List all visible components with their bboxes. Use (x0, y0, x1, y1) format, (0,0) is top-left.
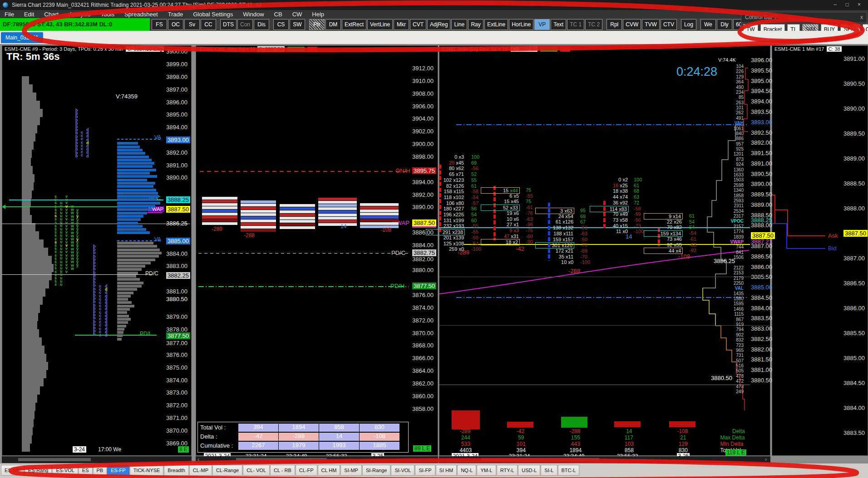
volume-bar (117, 331, 123, 334)
ladder-vpoc-label: VPOC (707, 219, 744, 224)
volume-bar (117, 259, 155, 261)
bid-volume-bar (117, 146, 140, 148)
left-price-tick: 3891.00 (166, 162, 187, 169)
scroll-thumb[interactable] (18, 458, 91, 461)
chartbook-tab-cl-vol[interactable]: CL- VOL (243, 465, 270, 476)
middle-price-tick: 3858.00 (412, 405, 434, 412)
quote-last-price-badge: C: 38 (827, 46, 841, 52)
bottom-table-label: Min Delta (720, 441, 744, 447)
volume-bar (117, 318, 131, 321)
volume-ladder-value: 1435 (707, 291, 744, 296)
chartbook-tab-es-rang[interactable]: ES-Rang (25, 465, 52, 476)
chartbook-tab-es[interactable]: ES (79, 465, 93, 476)
volume-ladder-value: 85 (707, 95, 744, 100)
scroll-thumb[interactable] (481, 458, 599, 461)
chartbook-tab-es-mp[interactable]: ES-MP (1, 465, 24, 476)
bidask-cell: 172 x21 (538, 248, 573, 254)
right-price-tick: 3894.00 (751, 98, 772, 105)
volume-ladder-value: 2153 (707, 270, 744, 275)
chartbook-tab-cl-hm[interactable]: CL HM (318, 465, 340, 476)
chartbook-tab-si-fp[interactable]: SI-FP (415, 465, 435, 476)
bottom-table-value: 101 (517, 441, 526, 447)
volume-ladder-value: 516 (707, 363, 744, 368)
right-price-tick: 3888.00 (751, 222, 772, 229)
left-study-badge: 8 E (178, 446, 189, 453)
footprint-bar (360, 222, 399, 225)
middle-price-tick: 3864.00 (412, 367, 434, 374)
left-price-tick: 3882.25 (166, 272, 190, 279)
chartbook-tab-usd-l[interactable]: USD-L (518, 465, 540, 476)
quote-price-tick: 3890.50 (843, 80, 865, 87)
middle-price-tick: 3904.00 (412, 115, 434, 122)
table-cell: 1885 (360, 442, 399, 450)
table-cell: 2267 (238, 442, 278, 450)
volume-ladder-value: 262 (707, 110, 744, 115)
bidask-cell: 125 x108 (429, 241, 464, 246)
chartbook-tab-nq-l[interactable]: NQ-L (457, 465, 476, 476)
middle-chart-header: ESM1-CME Rev: fut = MC: 3887.50 (200, 46, 317, 52)
right-price-tick: 3882.50 (751, 336, 772, 342)
diagonal-delta-cell: 63 (634, 194, 639, 200)
bidask-cell: 159 x157 (538, 237, 573, 242)
left-price-tick: 3896.00 (166, 99, 187, 106)
quote-price-tick: 3884.00 (843, 405, 865, 411)
tpo-letter: b (75, 155, 78, 158)
table-cell: 1979 (279, 442, 319, 450)
footprint-bar (241, 213, 276, 216)
green-chip (540, 47, 557, 52)
volume-ladder-value: 364 (707, 79, 744, 84)
price-mark-low: 3880.50 (711, 375, 732, 381)
bidask-cell: 80 x62 (429, 166, 464, 171)
volume-ladder-value: 263 (707, 100, 744, 105)
right-study-badge: 119 L E (725, 449, 746, 456)
chartbook-tab-btc-l[interactable]: BTC-L (558, 465, 580, 476)
chartbook-tab-si-range[interactable]: SI-Range (362, 465, 390, 476)
left-price-tick: 3871.00 (166, 415, 187, 421)
chartbook-tab-es-fp[interactable]: ES-FP (107, 465, 129, 476)
footprint-bar (202, 203, 237, 206)
bottom-table-value: 21 (680, 434, 686, 441)
middle-price-tick: 3866.00 (412, 355, 434, 361)
diagonal-delta-cell: -56 (471, 166, 478, 171)
chartbook-tab-cl-mp[interactable]: CL-MP (189, 465, 212, 476)
chartbook-tab-cl-rb[interactable]: CL - RB (270, 465, 295, 476)
chart-line (198, 253, 409, 254)
left-price-tick: 3885.00 (166, 238, 190, 244)
chartbook-tab-tick-nyse[interactable]: TICK-NYSE (130, 465, 164, 476)
volume-bar (117, 321, 128, 324)
bidask-cell: 44 x4 (644, 248, 683, 254)
volume-ladder-value: 902 (707, 332, 744, 337)
chartbook-tab-si-mp[interactable]: SI-MP (340, 465, 362, 476)
footprint-bar (241, 207, 276, 210)
red-chip (307, 47, 317, 52)
middle-price-tick: 3908.00 (412, 90, 434, 97)
volume-ladder-value: 1633 (707, 172, 744, 177)
footprint-bar (280, 207, 315, 210)
chartbook-tab-pb[interactable]: PB (93, 465, 107, 476)
chartbook-tab-si-l[interactable]: SI-L (541, 465, 557, 476)
chartbook-tab-si-vol[interactable]: SI-VOL (391, 465, 414, 476)
footprint-bar (318, 223, 357, 226)
bottom-table-value: 103 (625, 441, 634, 447)
volume-ladder-value: 1466 (707, 307, 744, 312)
bottom-table-value: -42 (517, 428, 524, 434)
chartbook-tab-rty-l[interactable]: RTY-L (497, 465, 518, 476)
chartbook-tab-cl-fp[interactable]: CL-FP (296, 465, 317, 476)
pdl-label: PD/L (140, 331, 152, 337)
middle-chart-last-price-badge: C: 3887.50 (257, 46, 285, 52)
footprint-bar (360, 206, 399, 209)
chartbook-tab-cl-range[interactable]: CL-Range (212, 465, 242, 476)
chartbook-tab-ym-l[interactable]: YM-L (477, 465, 496, 476)
chartbook-tab-si-hm[interactable]: SI HM (436, 465, 457, 476)
quote-price-tick: 3885.00 (843, 355, 865, 361)
chartbook-tab-breadth[interactable]: Breadth (164, 465, 189, 476)
bidask-cell: 73 x46 (646, 236, 682, 242)
right-price-tick: 3883.00 (751, 325, 772, 332)
chartbook-tab-es-vol[interactable]: ES-VOL (52, 465, 78, 476)
footprint-bar (318, 201, 357, 204)
bidask-cell: 70 x49 (592, 211, 628, 217)
footprint-bar (280, 214, 315, 216)
footprint-bar (202, 197, 237, 200)
scroll-thumb[interactable] (236, 458, 327, 461)
diagonal-delta-cell: -100 (634, 229, 644, 234)
